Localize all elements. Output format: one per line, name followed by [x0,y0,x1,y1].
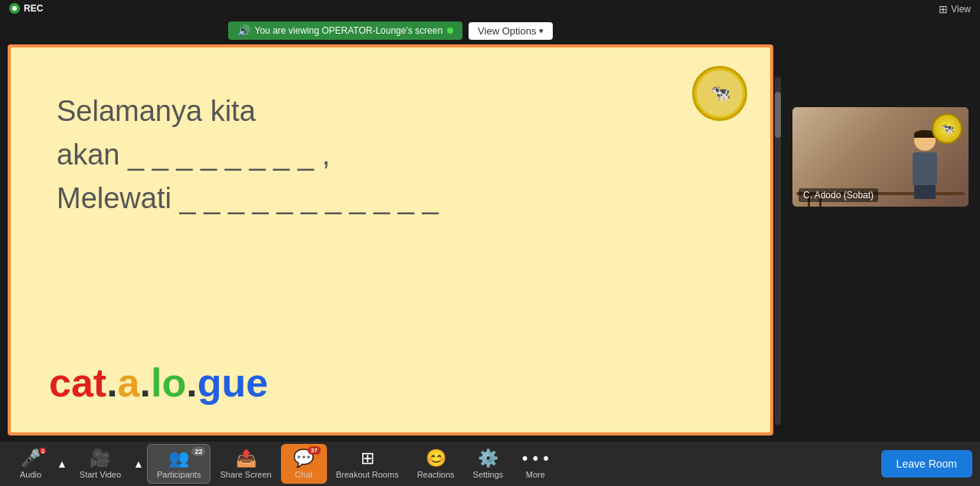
audio-notification: 1 [38,446,47,455]
toolbar: 1 🎤 Audio ▲ 🎥 Start Video ▲ 22 👥 Partici… [0,442,980,486]
right-sidebar: 🐄 C. Adodo (Sobat) [781,17,980,442]
speaker-icon: 🔊 [237,24,250,37]
chat-count-badge: 37 [308,446,321,455]
rec-badge: REC [9,3,43,14]
settings-button[interactable]: ⚙️ Settings [464,444,513,484]
slide-line3: Melewati _ _ _ _ _ _ _ _ _ _ _ [57,177,439,220]
reactions-label: Reactions [417,470,455,479]
main-area: 🔊 You are viewing OPERATOR-Lounge's scre… [0,17,781,442]
rec-dot-icon [9,3,20,14]
green-dot-icon [447,28,453,34]
participants-label: Participants [157,470,201,479]
video-button[interactable]: 🎥 Start Video [70,444,130,484]
grid-view-icon: ⊞ [939,3,948,15]
view-text: View [951,4,971,15]
top-bar: REC [0,0,980,17]
slide-text: Selamanya kita akan _ _ _ _ _ _ _ _ , Me… [57,90,439,220]
video-label: Start Video [80,470,121,479]
chat-label: Chat [295,470,312,479]
catalogue-text: cat.a.lo.gue [49,360,268,406]
gue-text: gue [198,360,268,405]
rec-label: REC [24,3,43,14]
participants-button[interactable]: 22 👥 Participants [147,444,211,484]
dot1-text: . [106,360,117,405]
participant-name: C. Adodo (Sobat) [799,188,878,202]
share-screen-button[interactable]: 📤 Share Screen [211,444,280,484]
screen-share-bar: 🔊 You are viewing OPERATOR-Lounge's scre… [0,17,781,44]
chat-button[interactable]: 37 💬 Chat [281,444,327,484]
audio-caret[interactable]: ▲ [54,444,70,484]
scrollbar-thumb[interactable] [775,92,781,138]
slide-logo: 🐄 [692,66,747,121]
slide-container: 🐄 Selamanya kita akan _ _ _ _ _ _ _ _ , … [8,44,773,435]
lo-text: lo [151,360,186,405]
participants-count-badge: 22 [191,447,205,456]
share-screen-label: Share Screen [220,470,271,479]
audio-label: Audio [20,470,41,479]
settings-icon: ⚙️ [478,448,498,468]
settings-label: Settings [473,470,504,479]
dot2-text: . [140,360,151,405]
slide-line2: akan _ _ _ _ _ _ _ _ , [57,133,439,177]
dot3-text: . [186,360,197,405]
logo-inner: 🐄 [697,70,743,116]
participants-icon: 👥 [168,448,189,468]
video-caret[interactable]: ▲ [130,444,147,484]
a-text: a [118,360,140,405]
center-scrollbar[interactable] [775,77,781,425]
share-screen-icon: 📤 [236,448,256,468]
slide-line1: Selamanya kita [57,90,439,133]
video-icon: 🎥 [90,448,110,468]
avatar-body [913,152,937,185]
audio-button[interactable]: 1 🎤 Audio [8,444,54,484]
view-label: ⊞ View [939,3,971,15]
reactions-button[interactable]: 😊 Reactions [408,444,464,484]
leave-room-button[interactable]: Leave Room [881,450,972,478]
notif-num: 1 [41,448,44,454]
screen-share-label: 🔊 You are viewing OPERATOR-Lounge's scre… [228,21,463,40]
breakout-rooms-button[interactable]: ⊞ Breakout Rooms [327,444,408,484]
more-button[interactable]: • • • More [512,444,558,484]
cat-text: cat [49,360,106,405]
screen-share-text: You are viewing OPERATOR-Lounge's screen [255,25,443,36]
breakout-label: Breakout Rooms [336,470,399,479]
participant-thumbnail: 🐄 C. Adodo (Sobat) [792,107,969,207]
view-options-button[interactable]: View Options [469,22,553,40]
more-icon: • • • [522,448,549,468]
breakout-icon: ⊞ [361,448,374,468]
avatar-legs [914,185,936,199]
thumb-logo: 🐄 [932,113,962,144]
more-label: More [526,470,545,479]
reactions-icon: 😊 [426,448,446,468]
